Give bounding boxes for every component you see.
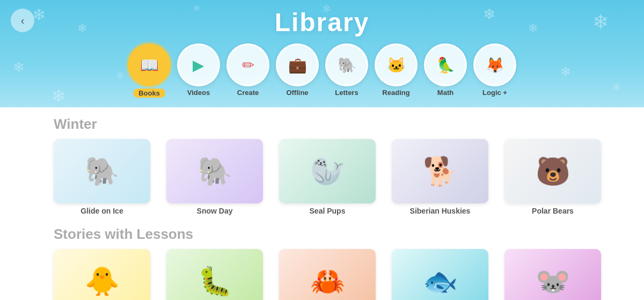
book-title-seal-pups: Seal Pups <box>310 207 346 215</box>
nav-item-reading[interactable]: 🐱Reading <box>375 43 418 98</box>
nav-item-math[interactable]: 🦜Math <box>424 43 467 98</box>
nav-label-create: Create <box>237 89 259 97</box>
back-button[interactable]: ‹ <box>11 9 34 32</box>
section-title-stories-lessons: Stories with Lessons <box>54 226 601 243</box>
book-item-just-you-wait[interactable]: 🐛Just You Wait <box>166 249 263 300</box>
book-item-old-new-friends[interactable]: 🐭Old & New Friends <box>504 249 601 300</box>
nav-circle-reading: 🐱 <box>375 43 418 86</box>
category-nav: 📖Books▶Videos✏Create💼Offline🐘Letters🐱Rea… <box>0 37 644 98</box>
nav-label-reading: Reading <box>382 89 409 97</box>
nav-item-logic[interactable]: 🦊Logic + <box>473 43 516 98</box>
nav-item-books[interactable]: 📖Books <box>128 43 171 98</box>
nav-circle-offline: 💼 <box>276 43 319 86</box>
book-item-hold-on[interactable]: 🐟Hold On! <box>392 249 488 300</box>
book-title-glide-on-ice: Glide on Ice <box>80 207 123 215</box>
book-item-snow-day[interactable]: 🐘Snow Day <box>166 139 263 215</box>
nav-circle-letters: 🐘 <box>325 43 368 86</box>
book-thumb-glide-on-ice: 🐘 <box>54 139 150 203</box>
nav-label-offline: Offline <box>286 89 308 97</box>
nav-circle-create: ✏ <box>226 43 269 86</box>
nav-label-logic: Logic + <box>482 89 507 97</box>
book-item-seal-pups[interactable]: 🦭Seal Pups <box>279 139 376 215</box>
book-title-siberian-huskies: Siberian Huskies <box>410 207 471 215</box>
nav-circle-books: 📖 <box>128 43 171 86</box>
book-thumb-old-new-friends: 🐭 <box>504 249 601 300</box>
book-item-glide-on-ice[interactable]: 🐘Glide on Ice <box>54 139 150 215</box>
nav-item-letters[interactable]: 🐘Letters <box>325 43 368 98</box>
book-thumb-just-you-wait: 🐛 <box>166 249 263 300</box>
section-stories-lessons: Stories with Lessons🐥Duck to Do🐛Just You… <box>54 226 601 300</box>
nav-item-create[interactable]: ✏Create <box>226 43 269 98</box>
nav-label-books: Books <box>133 89 165 98</box>
section-winter: Winter🐘Glide on Ice🐘Snow Day🦭Seal Pups🐕S… <box>54 116 601 215</box>
book-thumb-polar-bears: 🐻 <box>504 139 601 203</box>
nav-label-letters: Letters <box>335 89 358 97</box>
book-title-polar-bears: Polar Bears <box>532 207 574 215</box>
book-thumb-siberian-huskies: 🐕 <box>392 139 488 203</box>
book-item-polar-bears[interactable]: 🐻Polar Bears <box>504 139 601 215</box>
book-thumb-on-a-roll: 🦀 <box>279 249 376 300</box>
book-thumb-duck-to-do: 🐥 <box>54 249 150 300</box>
book-item-duck-to-do[interactable]: 🐥Duck to Do <box>54 249 150 300</box>
book-row-winter: 🐘Glide on Ice🐘Snow Day🦭Seal Pups🐕Siberia… <box>54 139 601 215</box>
book-thumb-hold-on: 🐟 <box>392 249 488 300</box>
book-item-on-a-roll[interactable]: 🦀On a Roll! <box>279 249 376 300</box>
nav-circle-logic: 🦊 <box>473 43 516 86</box>
section-title-winter: Winter <box>54 116 601 133</box>
nav-label-videos: Videos <box>187 89 210 97</box>
header: ❄ ❄ ❄ ❄ ❄ ❄ ❄ ❄ ❄ ❄ ❄ ❄ ❄ · · · · ‹ Libr… <box>0 0 644 107</box>
nav-circle-videos: ▶ <box>177 43 220 86</box>
nav-label-math: Math <box>437 89 453 97</box>
book-item-siberian-huskies[interactable]: 🐕Siberian Huskies <box>392 139 488 215</box>
book-thumb-snow-day: 🐘 <box>166 139 263 203</box>
page-title: Library <box>0 0 644 37</box>
nav-item-videos[interactable]: ▶Videos <box>177 43 220 98</box>
content-area: Winter🐘Glide on Ice🐘Snow Day🦭Seal Pups🐕S… <box>0 107 644 300</box>
back-icon: ‹ <box>21 14 25 27</box>
nav-circle-math: 🦜 <box>424 43 467 86</box>
nav-item-offline[interactable]: 💼Offline <box>276 43 319 98</box>
book-row-stories-lessons: 🐥Duck to Do🐛Just You Wait🦀On a Roll!🐟Hol… <box>54 249 601 300</box>
book-title-snow-day: Snow Day <box>197 207 233 215</box>
book-thumb-seal-pups: 🦭 <box>279 139 376 203</box>
